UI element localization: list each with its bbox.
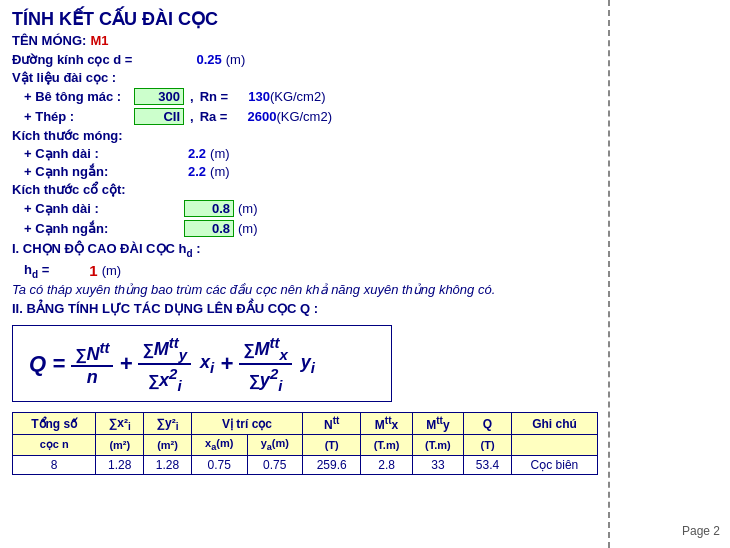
thep-label: + Thép : — [24, 109, 134, 124]
result-table: Tổng số ∑x²i ∑y²i Vị trí cọc Ntt Mttx Mt… — [12, 412, 598, 474]
duong-kinh-label: Đường kính cọc d = — [12, 52, 132, 67]
canh-dai-cot-label: + Cạnh dài : — [24, 201, 154, 216]
col-ghi-chu: Ghi chú — [511, 413, 597, 435]
dashed-separator — [608, 0, 610, 548]
col-vi-tri: Vị trí cọc — [191, 413, 302, 435]
col-Q: Q — [464, 413, 512, 435]
col-mtty-unit: (T.m) — [412, 435, 463, 455]
rn-value: 130 — [248, 89, 270, 104]
col-sum-x2-unit: (m²) — [96, 435, 144, 455]
rn-label: Rn = — [200, 89, 229, 104]
col-coc-n: cọc n — [13, 435, 96, 455]
canh-ngan-mong-unit: (m) — [210, 164, 230, 179]
col-ya: ya(m) — [247, 435, 303, 455]
kich-thuoc-mong-label: Kích thước móng: — [12, 128, 123, 143]
chon-do-cao-label: I. CHỌN ĐỘ CAO ĐÀI CỌC hd : — [12, 241, 201, 259]
note-italic: Ta có tháp xuyên thủng bao trùm các đầu … — [12, 282, 598, 297]
kich-thuoc-cot-label: Kích thước cổ cột: — [12, 182, 126, 197]
col-mttx: Mttx — [361, 413, 412, 435]
duong-kinh-value: 0.25 — [196, 52, 221, 67]
fraction-3: ∑Mttx ∑y2i — [239, 334, 292, 393]
fraction-1: ∑Ntt n — [71, 339, 113, 388]
canh-dai-cot-unit: (m) — [238, 201, 258, 216]
canh-ngan-cot-value[interactable]: 0.8 — [184, 220, 234, 237]
page-title: TÍNH KẾT CẤU ĐÀI CỌC — [12, 8, 598, 30]
rn-unit: (KG/cm2) — [270, 89, 326, 104]
canh-dai-cot-value[interactable]: 0.8 — [184, 200, 234, 217]
be-tong-value[interactable]: 300 — [134, 88, 184, 105]
hd-value: 1 — [89, 262, 97, 279]
col-sum-y2: ∑y²i — [144, 413, 192, 435]
fraction-2: ∑Mtty ∑x2i — [138, 334, 191, 393]
formula-box: Q = ∑Ntt n + ∑Mtty ∑x2i xi + ∑Mttx ∑y2i … — [12, 325, 392, 402]
table-row: 8 1.28 1.28 0.75 0.75 259.6 2.8 33 53.4 … — [13, 455, 598, 474]
ten-mong-label: TÊN MÓNG: — [12, 33, 86, 48]
col-sum-y2-unit: (m²) — [144, 435, 192, 455]
col-ntt: Ntt — [303, 413, 361, 435]
col-sum-x2: ∑x²i — [96, 413, 144, 435]
canh-ngan-mong-label: + Cạnh ngắn: — [24, 164, 154, 179]
ten-mong-value: M1 — [90, 33, 108, 48]
canh-dai-mong-unit: (m) — [210, 146, 230, 161]
ra-unit: (KG/cm2) — [276, 109, 332, 124]
page-number: Page 2 — [682, 524, 720, 538]
thep-value[interactable]: CII — [134, 108, 184, 125]
be-tong-label: + Bê tông mác : — [24, 89, 134, 104]
col-tong-so: Tổng số — [13, 413, 96, 435]
canh-ngan-mong-value: 2.2 — [188, 164, 206, 179]
canh-dai-mong-value: 2.2 — [188, 146, 206, 161]
col-ntt-unit: (T) — [303, 435, 361, 455]
canh-ngan-cot-unit: (m) — [238, 221, 258, 236]
col-mttx-unit: (T.m) — [361, 435, 412, 455]
col-mtty: Mtty — [412, 413, 463, 435]
ra-value: 2600 — [247, 109, 276, 124]
hd-unit: (m) — [102, 263, 122, 278]
col-Q-unit: (T) — [464, 435, 512, 455]
formula-Q: Q — [29, 351, 46, 377]
vat-lieu-label: Vật liệu đài cọc : — [12, 70, 116, 85]
ra-label: Ra = — [200, 109, 228, 124]
col-ghi-chu-empty — [511, 435, 597, 455]
bang-tinh-label: II. BẢNG TÍNH LỰC TÁC DỤNG LÊN ĐẦU CỌC Q… — [12, 301, 598, 316]
right-panel: Page 2 — [610, 0, 730, 548]
canh-dai-mong-label: + Cạnh dài : — [24, 146, 154, 161]
canh-ngan-cot-label: + Cạnh ngắn: — [24, 221, 154, 236]
col-xa: xa(m) — [191, 435, 247, 455]
duong-kinh-unit: (m) — [226, 52, 246, 67]
